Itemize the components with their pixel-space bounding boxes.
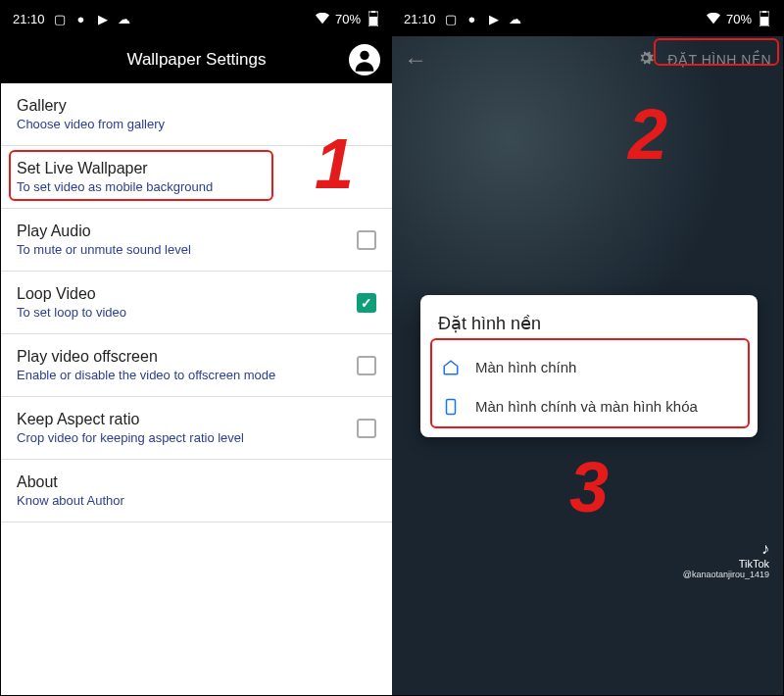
- checkbox-play-audio[interactable]: [357, 230, 376, 250]
- battery-icon: [367, 12, 380, 25]
- item-title: Gallery: [17, 97, 376, 115]
- tiktok-icon: ♪: [683, 540, 769, 558]
- status-time: 21:10: [13, 12, 45, 26]
- avatar-button[interactable]: [349, 44, 380, 75]
- circle-icon: ●: [74, 12, 88, 25]
- svg-rect-6: [760, 17, 768, 25]
- item-title: About: [17, 473, 376, 491]
- svg-rect-5: [762, 11, 766, 13]
- status-bar: 21:10 ▢ ● ▶ ☁ 70%: [1, 1, 392, 36]
- item-sub: Know about Author: [17, 493, 376, 508]
- cloud-icon: ☁: [118, 12, 131, 25]
- image-icon: ▢: [444, 12, 458, 25]
- item-play-audio[interactable]: Play Audio To mute or unmute sound level: [1, 209, 392, 272]
- image-icon: ▢: [53, 12, 67, 25]
- item-loop-video[interactable]: Loop Video To set loop to video ✓: [1, 272, 392, 334]
- cloud-icon: ☁: [509, 12, 522, 25]
- item-sub: To mute or unmute sound level: [17, 242, 345, 257]
- tiktok-label: TikTok: [683, 558, 769, 570]
- item-sub: To set loop to video: [17, 305, 345, 320]
- item-title: Loop Video: [17, 285, 345, 303]
- item-title: Keep Aspect ratio: [17, 411, 345, 428]
- settings-list: Gallery Choose video from gallery Set Li…: [1, 83, 392, 522]
- apply-wallpaper-button[interactable]: ĐẶT HÌNH NỀN: [667, 52, 771, 68]
- battery-icon: [758, 12, 771, 25]
- phone-icon: [442, 398, 460, 416]
- svg-point-3: [360, 51, 368, 60]
- svg-rect-1: [371, 11, 375, 13]
- wifi-icon: [316, 12, 329, 25]
- home-icon: [442, 359, 460, 376]
- youtube-icon: ▶: [487, 12, 501, 25]
- item-sub: Enable or disable the video to offscreen…: [17, 368, 345, 382]
- item-title: Play Audio: [17, 223, 345, 240]
- item-about[interactable]: About Know about Author: [1, 460, 392, 522]
- checkbox-keep-aspect[interactable]: [357, 419, 376, 438]
- item-sub: Crop video for keeping aspect ratio leve…: [17, 430, 345, 445]
- status-bar: 21:10 ▢ ● ▶ ☁ 70%: [392, 1, 783, 36]
- wifi-icon: [707, 12, 720, 25]
- option-label: Màn hình chính: [475, 358, 576, 377]
- battery-pct: 70%: [335, 12, 361, 26]
- tiktok-watermark: ♪ TikTok @kanaotanjirou_1419: [683, 540, 769, 579]
- item-keep-aspect[interactable]: Keep Aspect ratio Crop video for keeping…: [1, 397, 392, 460]
- item-gallery[interactable]: Gallery Choose video from gallery: [1, 83, 392, 146]
- page-title: Wallpaper Settings: [126, 50, 266, 70]
- item-sub: Choose video from gallery: [17, 117, 376, 131]
- preview-header: ← ĐẶT HÌNH NỀN: [392, 36, 783, 83]
- checkbox-loop-video[interactable]: ✓: [357, 293, 376, 313]
- youtube-icon: ▶: [96, 12, 110, 25]
- item-title: Set Live Wallpaper: [17, 160, 376, 177]
- dialog-title: Đặt hình nền: [438, 313, 740, 334]
- item-sub: To set video as mobile background: [17, 179, 376, 194]
- circle-icon: ●: [466, 12, 479, 25]
- battery-pct: 70%: [726, 12, 752, 26]
- back-button[interactable]: ←: [404, 46, 427, 74]
- option-home-screen[interactable]: Màn hình chính: [438, 348, 740, 387]
- status-time: 21:10: [404, 12, 436, 26]
- screen-settings: 21:10 ▢ ● ▶ ☁ 70% Wallpaper Settings Gal…: [1, 1, 392, 696]
- app-header: Wallpaper Settings: [1, 36, 392, 83]
- option-home-and-lock[interactable]: Màn hình chính và màn hình khóa: [438, 387, 740, 426]
- svg-rect-2: [369, 17, 377, 25]
- item-play-offscreen[interactable]: Play video offscreen Enable or disable t…: [1, 334, 392, 397]
- tiktok-user: @kanaotanjirou_1419: [683, 570, 769, 579]
- set-wallpaper-dialog: Đặt hình nền Màn hình chính Màn hình chí…: [420, 295, 758, 437]
- option-label: Màn hình chính và màn hình khóa: [475, 397, 698, 417]
- gear-icon[interactable]: [636, 48, 656, 73]
- svg-rect-7: [447, 399, 456, 414]
- item-title: Play video offscreen: [17, 348, 345, 366]
- item-set-live-wallpaper[interactable]: Set Live Wallpaper To set video as mobil…: [1, 146, 392, 209]
- checkbox-play-offscreen[interactable]: [357, 356, 376, 375]
